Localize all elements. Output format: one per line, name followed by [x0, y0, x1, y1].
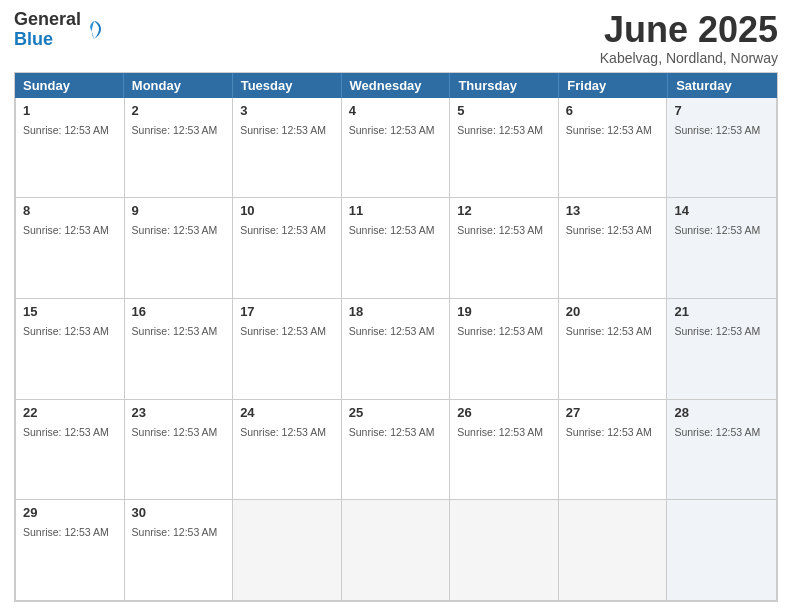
- day-number: 22: [23, 405, 117, 420]
- sunrise-text: Sunrise: 12:53 AM: [566, 325, 652, 337]
- logo-general: General Blue: [14, 10, 81, 50]
- sunrise-text: Sunrise: 12:53 AM: [349, 124, 435, 136]
- calendar-cell-2-7: 14Sunrise: 12:53 AM: [667, 198, 776, 298]
- sunrise-text: Sunrise: 12:53 AM: [674, 426, 760, 438]
- sunrise-text: Sunrise: 12:53 AM: [240, 325, 326, 337]
- calendar-body: 1Sunrise: 12:53 AM2Sunrise: 12:53 AM3Sun…: [15, 98, 777, 601]
- day-number: 12: [457, 203, 551, 218]
- day-number: 10: [240, 203, 334, 218]
- day-number: 29: [23, 505, 117, 520]
- sunrise-text: Sunrise: 12:53 AM: [674, 325, 760, 337]
- day-number: 23: [132, 405, 226, 420]
- day-number: 27: [566, 405, 660, 420]
- day-number: 21: [674, 304, 769, 319]
- calendar-cell-5-1: 29Sunrise: 12:53 AM: [16, 500, 125, 600]
- calendar-cell-4-2: 23Sunrise: 12:53 AM: [125, 400, 234, 500]
- sunrise-text: Sunrise: 12:53 AM: [566, 124, 652, 136]
- calendar-cell-2-6: 13Sunrise: 12:53 AM: [559, 198, 668, 298]
- calendar-cell-3-2: 16Sunrise: 12:53 AM: [125, 299, 234, 399]
- calendar-row-5: 29Sunrise: 12:53 AM30Sunrise: 12:53 AM: [16, 500, 776, 600]
- sunrise-text: Sunrise: 12:53 AM: [132, 224, 218, 236]
- logo: General Blue: [14, 10, 105, 50]
- calendar-cell-1-3: 3Sunrise: 12:53 AM: [233, 98, 342, 198]
- calendar-cell-5-6: [559, 500, 668, 600]
- calendar-row-4: 22Sunrise: 12:53 AM23Sunrise: 12:53 AM24…: [16, 400, 776, 501]
- sunrise-text: Sunrise: 12:53 AM: [23, 124, 109, 136]
- calendar-cell-2-5: 12Sunrise: 12:53 AM: [450, 198, 559, 298]
- day-number: 6: [566, 103, 660, 118]
- calendar-cell-4-3: 24Sunrise: 12:53 AM: [233, 400, 342, 500]
- day-number: 8: [23, 203, 117, 218]
- calendar-cell-4-7: 28Sunrise: 12:53 AM: [667, 400, 776, 500]
- calendar-cell-1-2: 2Sunrise: 12:53 AM: [125, 98, 234, 198]
- day-header-saturday: Saturday: [668, 73, 777, 98]
- day-header-tuesday: Tuesday: [233, 73, 342, 98]
- sunrise-text: Sunrise: 12:53 AM: [23, 325, 109, 337]
- sunrise-text: Sunrise: 12:53 AM: [349, 325, 435, 337]
- calendar-cell-3-5: 19Sunrise: 12:53 AM: [450, 299, 559, 399]
- day-number: 16: [132, 304, 226, 319]
- calendar-cell-4-4: 25Sunrise: 12:53 AM: [342, 400, 451, 500]
- calendar-row-3: 15Sunrise: 12:53 AM16Sunrise: 12:53 AM17…: [16, 299, 776, 400]
- day-number: 3: [240, 103, 334, 118]
- calendar-cell-3-3: 17Sunrise: 12:53 AM: [233, 299, 342, 399]
- day-header-friday: Friday: [559, 73, 668, 98]
- calendar-cell-3-4: 18Sunrise: 12:53 AM: [342, 299, 451, 399]
- calendar-cell-1-6: 6Sunrise: 12:53 AM: [559, 98, 668, 198]
- calendar-cell-5-2: 30Sunrise: 12:53 AM: [125, 500, 234, 600]
- calendar-cell-4-1: 22Sunrise: 12:53 AM: [16, 400, 125, 500]
- day-number: 7: [674, 103, 769, 118]
- sunrise-text: Sunrise: 12:53 AM: [23, 224, 109, 236]
- title-area: June 2025 Kabelvag, Nordland, Norway: [600, 10, 778, 66]
- calendar-row-2: 8Sunrise: 12:53 AM9Sunrise: 12:53 AM10Su…: [16, 198, 776, 299]
- calendar-cell-5-4: [342, 500, 451, 600]
- calendar-cell-3-1: 15Sunrise: 12:53 AM: [16, 299, 125, 399]
- calendar-cell-5-5: [450, 500, 559, 600]
- day-header-thursday: Thursday: [450, 73, 559, 98]
- calendar-header-row: Sunday Monday Tuesday Wednesday Thursday…: [15, 73, 777, 98]
- day-number: 30: [132, 505, 226, 520]
- sunrise-text: Sunrise: 12:53 AM: [457, 426, 543, 438]
- calendar-cell-2-4: 11Sunrise: 12:53 AM: [342, 198, 451, 298]
- calendar-cell-1-7: 7Sunrise: 12:53 AM: [667, 98, 776, 198]
- sunrise-text: Sunrise: 12:53 AM: [457, 124, 543, 136]
- sunrise-text: Sunrise: 12:53 AM: [566, 224, 652, 236]
- day-number: 28: [674, 405, 769, 420]
- calendar-cell-2-1: 8Sunrise: 12:53 AM: [16, 198, 125, 298]
- header: General Blue June 2025 Kabelvag, Nordlan…: [14, 10, 778, 66]
- calendar-cell-5-3: [233, 500, 342, 600]
- sunrise-text: Sunrise: 12:53 AM: [349, 224, 435, 236]
- day-header-monday: Monday: [124, 73, 233, 98]
- sunrise-text: Sunrise: 12:53 AM: [457, 224, 543, 236]
- sunrise-text: Sunrise: 12:53 AM: [674, 224, 760, 236]
- day-number: 4: [349, 103, 443, 118]
- sunrise-text: Sunrise: 12:53 AM: [132, 526, 218, 538]
- title-month: June 2025: [600, 10, 778, 50]
- day-number: 9: [132, 203, 226, 218]
- sunrise-text: Sunrise: 12:53 AM: [566, 426, 652, 438]
- day-header-sunday: Sunday: [15, 73, 124, 98]
- title-location: Kabelvag, Nordland, Norway: [600, 50, 778, 66]
- calendar-cell-1-1: 1Sunrise: 12:53 AM: [16, 98, 125, 198]
- day-number: 24: [240, 405, 334, 420]
- sunrise-text: Sunrise: 12:53 AM: [349, 426, 435, 438]
- logo-icon: [83, 19, 105, 41]
- sunrise-text: Sunrise: 12:53 AM: [240, 124, 326, 136]
- sunrise-text: Sunrise: 12:53 AM: [240, 224, 326, 236]
- day-number: 19: [457, 304, 551, 319]
- day-number: 2: [132, 103, 226, 118]
- day-number: 14: [674, 203, 769, 218]
- sunrise-text: Sunrise: 12:53 AM: [132, 325, 218, 337]
- day-number: 15: [23, 304, 117, 319]
- sunrise-text: Sunrise: 12:53 AM: [457, 325, 543, 337]
- page: General Blue June 2025 Kabelvag, Nordlan…: [0, 0, 792, 612]
- sunrise-text: Sunrise: 12:53 AM: [674, 124, 760, 136]
- day-number: 11: [349, 203, 443, 218]
- sunrise-text: Sunrise: 12:53 AM: [23, 526, 109, 538]
- calendar-cell-2-2: 9Sunrise: 12:53 AM: [125, 198, 234, 298]
- day-header-wednesday: Wednesday: [342, 73, 451, 98]
- day-number: 26: [457, 405, 551, 420]
- calendar: Sunday Monday Tuesday Wednesday Thursday…: [14, 72, 778, 602]
- day-number: 20: [566, 304, 660, 319]
- day-number: 5: [457, 103, 551, 118]
